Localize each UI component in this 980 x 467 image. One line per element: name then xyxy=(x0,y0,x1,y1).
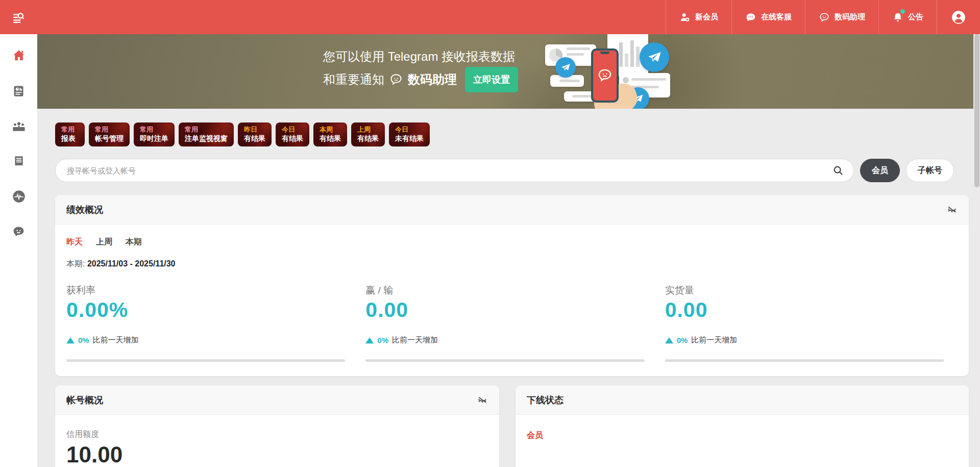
credit-limit-label: 信用额度 xyxy=(66,429,488,440)
sidebar-item-activity[interactable] xyxy=(7,184,31,209)
metric-progress-bar xyxy=(665,359,944,362)
triangle-up-icon xyxy=(66,337,75,343)
search-row: 会员 子帐号 xyxy=(55,159,959,182)
hamburger-search-glyph xyxy=(12,11,25,24)
notification-dot xyxy=(900,9,905,14)
telegram-banner: 您可以使用 Telegram 接收报表数据 和重要通知 数码助理 立即设置 xyxy=(37,34,973,109)
tab-thisperiod[interactable]: 本期 xyxy=(126,237,142,248)
telegram-plane-icon xyxy=(640,42,669,72)
tab-lastweek[interactable]: 上周 xyxy=(96,237,112,248)
metric-value: 0.00% xyxy=(66,298,345,322)
person-add-icon xyxy=(679,12,691,23)
quick-tag-reports[interactable]: 常用报表 xyxy=(55,122,85,146)
top-bar: 新会员 在线客服 数码助理 公告 xyxy=(0,0,980,34)
metric-value: 0.00 xyxy=(365,298,644,322)
nav-digital-assistant[interactable]: 数码助理 xyxy=(805,0,878,34)
banner-text: 您可以使用 Telegram 接收报表数据 和重要通知 数码助理 立即设置 xyxy=(323,46,518,92)
triangle-up-icon xyxy=(365,337,374,343)
downline-member-link[interactable]: 会员 xyxy=(527,431,543,439)
banner-setup-button[interactable]: 立即设置 xyxy=(465,67,518,92)
sidebar-item-assistant[interactable] xyxy=(7,219,31,244)
banner-line1: 您可以使用 Telegram 接收报表数据 xyxy=(323,46,518,67)
eye-off-icon[interactable] xyxy=(946,204,958,215)
user-avatar-icon xyxy=(951,10,966,24)
downline-status-title: 下线状态 xyxy=(527,394,564,406)
downline-status-card: 下线状态 会员 xyxy=(516,385,969,467)
account-overview-card: 帐号概况 信用额度 10.00 xyxy=(55,385,499,467)
metric-progress-bar xyxy=(365,359,644,362)
left-sidebar xyxy=(0,34,37,467)
metrics-row: 获利率 0.00% 0%比前一天增加 赢 / 输 0.00 0%比前一天增加 实… xyxy=(55,269,969,362)
quick-tag-live-bets[interactable]: 常用即时注单 xyxy=(134,122,175,146)
nav-announcements[interactable]: 公告 xyxy=(878,0,937,34)
receipt-icon xyxy=(12,155,26,168)
search-icon[interactable] xyxy=(832,165,844,178)
eye-off-icon[interactable] xyxy=(477,395,488,406)
quick-tag-today-results[interactable]: 今日有结果 xyxy=(276,122,309,146)
quick-links-row: 常用报表 常用帐号管理 常用即时注单 常用注单监视视窗 昨日有结果 今日有结果 … xyxy=(55,122,430,146)
performance-overview-card: 绩效概况 昨天 上周 本期 本期: 2025/11/03 - 2025/11/3… xyxy=(55,195,969,376)
triangle-up-icon xyxy=(665,337,673,343)
telegram-plane-icon xyxy=(555,57,576,78)
banner-line2-prefix: 和重要通知 xyxy=(323,69,384,90)
vertical-scrollbar[interactable] xyxy=(973,34,980,467)
nav-label: 新会员 xyxy=(695,12,718,22)
performance-tabs: 昨天 上周 本期 xyxy=(55,225,969,248)
sidebar-item-bet-records[interactable] xyxy=(7,149,31,174)
quick-tag-today-noresults[interactable]: 今日未有结果 xyxy=(389,122,430,146)
performance-title: 绩效概况 xyxy=(66,204,103,216)
robot-chat-icon xyxy=(597,68,612,83)
sidebar-item-home[interactable] xyxy=(7,43,31,68)
period-range: 本期: 2025/11/03 - 2025/11/30 xyxy=(55,248,969,269)
sidebar-item-accounts[interactable] xyxy=(7,114,31,138)
robot-chat-icon xyxy=(12,225,26,239)
quick-tag-thisweek-results[interactable]: 本周有结果 xyxy=(313,122,347,146)
robot-chat-icon xyxy=(819,12,830,23)
banner-art-phone xyxy=(591,48,619,103)
account-menu[interactable] xyxy=(937,0,980,34)
sidebar-item-reports[interactable] xyxy=(7,79,31,103)
nav-label: 数码助理 xyxy=(835,12,865,22)
nav-new-member[interactable]: 新会员 xyxy=(666,0,731,34)
metric-win-loss: 赢 / 输 0.00 0%比前一天增加 xyxy=(365,284,644,362)
member-filter-button[interactable]: 会员 xyxy=(860,159,900,182)
banner-assistant-label: 数码助理 xyxy=(408,69,457,90)
chat-icon xyxy=(745,12,756,23)
quick-tag-account-management[interactable]: 常用帐号管理 xyxy=(89,122,130,146)
account-overview-title: 帐号概况 xyxy=(66,394,103,406)
menu-search-icon[interactable] xyxy=(0,0,37,34)
metric-value: 0.00 xyxy=(665,298,944,322)
subaccount-filter-button[interactable]: 子帐号 xyxy=(906,159,954,182)
credit-limit-value: 10.00 xyxy=(66,442,488,467)
quick-tag-lastweek-results[interactable]: 上周有结果 xyxy=(351,122,385,146)
nav-online-service[interactable]: 在线客服 xyxy=(731,0,805,34)
robot-chat-icon xyxy=(389,73,403,86)
home-icon xyxy=(12,48,26,63)
tab-yesterday[interactable]: 昨天 xyxy=(66,237,83,248)
group-icon xyxy=(12,119,26,133)
pulse-icon xyxy=(12,189,26,204)
scrollbar-thumb[interactable] xyxy=(974,34,979,187)
search-input[interactable] xyxy=(55,159,854,182)
nav-label: 公告 xyxy=(908,12,923,22)
report-icon xyxy=(12,84,26,98)
period-dates: 2025/11/03 - 2025/11/30 xyxy=(87,259,176,268)
metric-profit-rate: 获利率 0.00% 0%比前一天增加 xyxy=(66,284,345,362)
nav-label: 在线客服 xyxy=(761,12,792,22)
quick-tag-yesterday-results[interactable]: 昨日有结果 xyxy=(238,122,272,146)
metric-turnover: 实货量 0.00 0%比前一天增加 xyxy=(665,284,944,362)
top-nav: 新会员 在线客服 数码助理 公告 xyxy=(666,0,980,34)
metric-progress-bar xyxy=(66,359,345,362)
quick-tag-bet-monitor[interactable]: 常用注单监视视窗 xyxy=(179,122,234,146)
